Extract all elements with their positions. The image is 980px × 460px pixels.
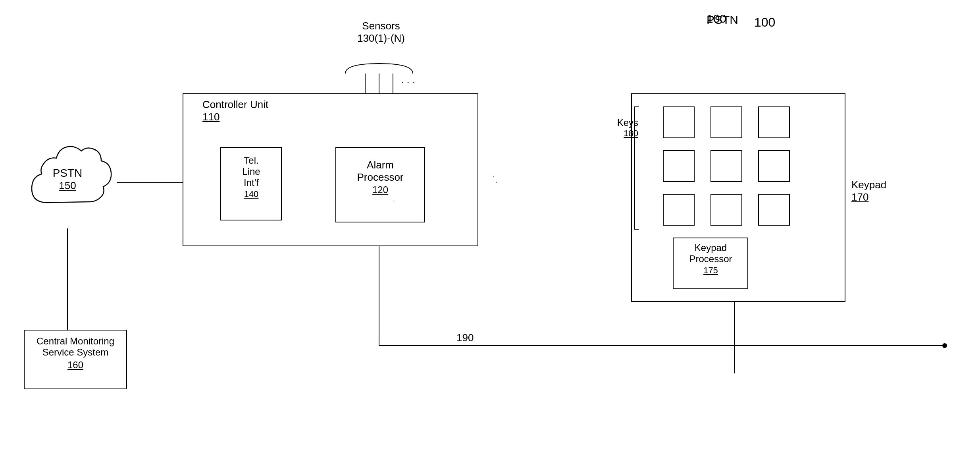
key-3 (758, 106, 790, 138)
pstn-label: PSTN 150 (44, 167, 91, 192)
key-4 (663, 150, 695, 182)
key-1 (663, 106, 695, 138)
tel-line-label: Tel. Line Int'f 140 (221, 155, 281, 199)
figure-number: 100 (754, 15, 775, 30)
key-8 (710, 194, 742, 226)
alarm-processor-label: Alarm Processor 120 (337, 159, 424, 195)
key-7 (663, 194, 695, 226)
key-5 (710, 150, 742, 182)
keypad-label: Keypad 170 (851, 179, 886, 203)
bus-label: 190 (456, 332, 474, 344)
sensor-dots: . . . (401, 73, 415, 86)
controller-unit-label: Controller Unit 110 (202, 99, 268, 123)
center-dot: · (393, 197, 395, 205)
scatter-dot-2: · (495, 177, 498, 187)
sensors-label: Sensors 130(1)-(N) (345, 20, 417, 44)
diagram: PSTN 100 PSTN 150 Central Monitoring Ser… (0, 0, 980, 460)
scatter-dot-1: · (492, 171, 495, 181)
svg-point-11 (942, 343, 947, 348)
key-6 (758, 150, 790, 182)
key-2 (710, 106, 742, 138)
title-100: 100 (707, 12, 726, 25)
keys-brace (634, 106, 639, 230)
central-monitoring-label: Central Monitoring Service System 160 (26, 336, 125, 371)
key-9 (758, 194, 790, 226)
keypad-processor-label: Keypad Processor 175 (674, 242, 747, 276)
